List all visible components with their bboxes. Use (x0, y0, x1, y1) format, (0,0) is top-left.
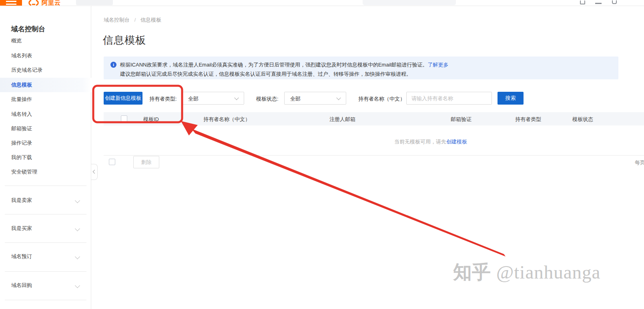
sidebar-group-domain-buyback[interactable]: 域名回购 (0, 278, 91, 293)
alibaba-cloud-logo[interactable]: 阿里云 (27, 0, 61, 6)
learn-more-link[interactable]: 了解更多 (427, 62, 448, 68)
topbar-search-input[interactable] (363, 0, 456, 5)
banner-line2: 建议您邮箱认证完成后尽快完成实名认证，信息模板实名认证后可直接用于域名注册、过户… (120, 71, 411, 78)
topbar: 阿里云 (0, 0, 644, 6)
banner-line1: 根据ICANN政策要求，域名注册人Email必须真实准确，为了方便日后管理使用，… (120, 61, 448, 69)
holder-type-selected-value: 全部 (188, 95, 199, 103)
sidebar-title: 域名控制台 (11, 24, 45, 34)
holder-name-input[interactable] (406, 92, 492, 105)
alibaba-cloud-logo-icon (27, 0, 40, 6)
column-template-id: 模板ID (143, 116, 159, 123)
breadcrumb: 域名控制台 / 信息模板 (104, 16, 161, 24)
sidebar-divider (5, 300, 86, 300)
per-page-label: 每页显示 (635, 159, 644, 166)
create-template-button[interactable]: 创建新信息模板 (104, 92, 142, 105)
info-icon: i (110, 62, 116, 68)
template-status-select[interactable]: 全部 (284, 92, 346, 105)
logo-text: 阿里云 (42, 0, 61, 6)
sidebar-divider (5, 214, 86, 214)
sidebar-item-info-template[interactable]: 信息模板 (0, 78, 91, 92)
holder-name-label: 持有者名称（中文）： (358, 95, 410, 103)
breadcrumb-current: 信息模板 (140, 17, 161, 23)
sidebar-item-history-records[interactable]: 历史域名记录 (0, 63, 91, 77)
sidebar-group-label: 域名回购 (11, 282, 32, 288)
chevron-down-icon (336, 95, 341, 100)
chevron-down-icon (75, 254, 80, 259)
cart-icon[interactable] (580, 0, 585, 4)
column-email-verification: 邮箱验证 (451, 116, 471, 123)
create-template-link[interactable]: 创建模板 (446, 139, 467, 145)
chevron-down-icon (75, 283, 80, 288)
page-title: 信息模板 (103, 33, 146, 47)
table-empty-state: 当前无模板可用，请先创建模板 (394, 138, 467, 145)
column-holder-type: 持有者类型 (515, 116, 541, 123)
topbar-cutoff-icon[interactable] (595, 3, 602, 4)
select-all-checkbox[interactable] (121, 115, 127, 122)
column-holder-name: 持有者名称（中文） (203, 116, 250, 123)
sidebar-group-label: 我是买家 (11, 225, 32, 231)
sidebar-divider (5, 186, 86, 186)
topbar-nav-item-cutoff[interactable] (76, 0, 113, 5)
delete-button[interactable]: 删除 (133, 156, 159, 168)
holder-type-select[interactable]: 全部 (182, 92, 244, 105)
hamburger-menu-icon[interactable] (0, 0, 22, 6)
chevron-left-icon (93, 170, 97, 174)
column-template-status: 模板状态 (572, 116, 593, 123)
sidebar-item-email-verify[interactable]: 邮箱验证 (0, 121, 91, 136)
search-button[interactable]: 搜索 (498, 92, 524, 105)
sidebar-item-my-downloads[interactable]: 我的下载 (0, 150, 91, 165)
sidebar-item-security-lock[interactable]: 安全锁管理 (0, 165, 91, 179)
breadcrumb-separator: / (134, 17, 136, 23)
sidebar-divider (5, 271, 86, 272)
chevron-down-icon (234, 95, 239, 100)
sidebar-item-domain-list[interactable]: 域名列表 (0, 48, 91, 63)
chevron-down-icon (75, 226, 80, 231)
sidebar-item-batch-ops[interactable]: 批量操作 (0, 92, 91, 107)
sidebar-item-overview[interactable]: 概览 (0, 34, 91, 48)
sidebar-group-domain-preorder[interactable]: 域名预订 (0, 249, 91, 264)
table-header: 模板ID 持有者名称（中文） 注册人邮箱 邮箱验证 持有者类型 模板状态 (104, 112, 644, 125)
bell-icon[interactable] (612, 0, 617, 4)
info-banner: i 根据ICANN政策要求，域名注册人Email必须真实准确，为了方便日后管理使… (104, 57, 618, 79)
template-status-label: 模板状态: (256, 95, 279, 103)
sidebar-item-domain-transfer-in[interactable]: 域名转入 (0, 107, 91, 121)
footer-select-all-checkbox[interactable] (109, 159, 115, 165)
sidebar-group-seller[interactable]: 我是卖家 (0, 193, 91, 208)
main-content: 域名控制台 / 信息模板 信息模板 i 根据ICANN政策要求，域名注册人Ema… (92, 6, 644, 309)
page-root: 阿里云 域名控制台 概览 域名列表 历史域名记录 信息模板 批量操作 域名转入 … (0, 0, 644, 309)
empty-state-text: 当前无模板可用，请先 (394, 139, 446, 145)
sidebar-collapse-button[interactable] (91, 164, 98, 180)
sidebar-divider (5, 242, 86, 243)
sidebar: 域名控制台 概览 域名列表 历史域名记录 信息模板 批量操作 域名转入 邮箱验证… (0, 6, 91, 309)
holder-type-label: 持有者类型: (149, 95, 177, 103)
column-registrant-email: 注册人邮箱 (329, 116, 355, 123)
chevron-down-icon (75, 198, 80, 203)
banner-line1-text: 根据ICANN政策要求，域名注册人Email必须真实准确，为了方便日后管理使用，… (120, 62, 427, 68)
sidebar-group-buyer[interactable]: 我是买家 (0, 221, 91, 236)
sidebar-group-label: 我是卖家 (11, 197, 32, 203)
sidebar-group-label: 域名预订 (11, 253, 32, 259)
sidebar-item-op-records[interactable]: 操作记录 (0, 136, 91, 150)
breadcrumb-root[interactable]: 域名控制台 (104, 17, 130, 23)
template-status-selected-value: 全部 (290, 95, 301, 103)
table-bottom-divider (104, 155, 644, 156)
